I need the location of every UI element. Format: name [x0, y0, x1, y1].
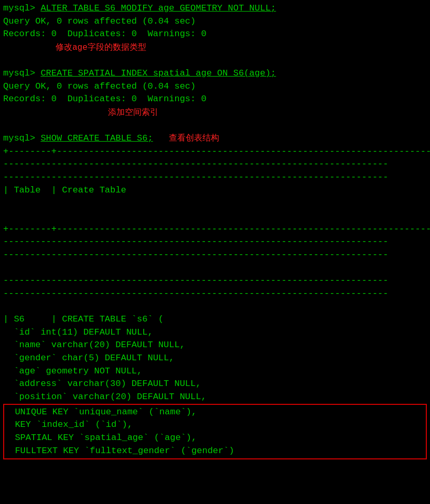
query-ok-2: Query OK, 0 rows affected (0.04 sec): [3, 80, 427, 93]
separator-top-3: ----------------------------------------…: [3, 171, 427, 184]
records-2: Records: 0 Duplicates: 0 Warnings: 0: [3, 93, 427, 106]
table-data-s6-header: | S6 | CREATE TABLE `s6` (: [3, 313, 427, 326]
spatial-key-line: SPATIAL KEY `spatial_age` (`age`),: [4, 432, 426, 445]
separator-top-1: +--------+------------------------------…: [3, 145, 427, 158]
blank-mid-2: [3, 300, 427, 313]
alter-table-command: mysql> ALTER TABLE S6 MODIFY age GEOMETR…: [3, 2, 427, 15]
table-data-position: `position` varchar(20) DEFAULT NULL,: [3, 391, 427, 404]
table-data-name: `name` varchar(20) DEFAULT NULL,: [3, 339, 427, 352]
create-spatial-index-command: mysql> CREATE SPATIAL INDEX spatial_age …: [3, 67, 427, 80]
annotation-show-create: 查看创表结构: [153, 134, 219, 143]
separator-mid-3: ----------------------------------------…: [3, 249, 427, 262]
blank-2: [3, 119, 427, 132]
table-data-age: `age` geometry NOT NULL,: [3, 365, 427, 378]
unique-key-line: UNIQUE KEY `unique_name` (`name`),: [4, 406, 426, 419]
table-data-id: `id` int(11) DEFAULT NULL,: [3, 326, 427, 339]
blank-header-1: [3, 197, 427, 210]
blank-header-2: [3, 210, 427, 223]
query-ok-1: Query OK, 0 rows affected (0.04 sec): [3, 15, 427, 28]
separator-mid-1: +--------+------------------------------…: [3, 223, 427, 236]
table-data-gender: `gender` char(5) DEFAULT NULL,: [3, 352, 427, 365]
annotation-modify-age: 修改age字段的数据类型: [3, 41, 427, 55]
separator-bot-1: ----------------------------------------…: [3, 274, 427, 287]
separator-bot-2: ----------------------------------------…: [3, 287, 427, 301]
key-index-id-line: KEY `index_id` (`id`),: [4, 419, 426, 432]
terminal: mysql> ALTER TABLE S6 MODIFY age GEOMETR…: [0, 0, 430, 504]
fulltext-key-line: FULLTEXT KEY `fulltext_gender` (`gender`…: [4, 445, 426, 458]
keys-highlighted-box: UNIQUE KEY `unique_name` (`name`), KEY `…: [3, 404, 427, 460]
blank-1: [3, 54, 427, 67]
separator-top-2: ----------------------------------------…: [3, 158, 427, 171]
show-create-table-command: mysql> SHOW CREATE TABLE S6;查看创表结构: [3, 132, 427, 145]
table-header: | Table | Create Table: [3, 184, 427, 197]
table-data-address: `address` varchar(30) DEFAULT NULL,: [3, 378, 427, 391]
records-1: Records: 0 Duplicates: 0 Warnings: 0: [3, 28, 427, 41]
separator-mid-2: ----------------------------------------…: [3, 235, 427, 249]
annotation-add-index: 添加空间索引: [3, 106, 427, 120]
blank-mid-1: [3, 262, 427, 275]
